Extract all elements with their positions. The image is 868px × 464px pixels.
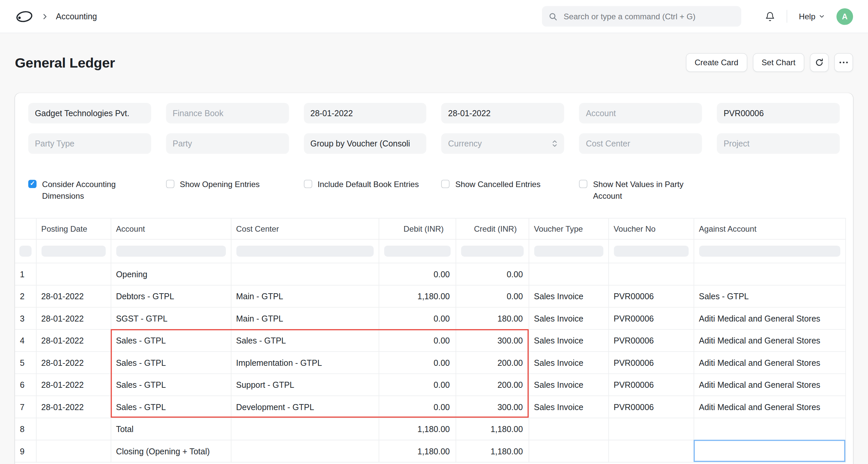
cell-against-account[interactable]: Aditi Medical and General Stores bbox=[693, 330, 845, 352]
cell-debit[interactable]: 1,180.00 bbox=[379, 418, 456, 440]
app-logo-icon[interactable] bbox=[15, 9, 34, 23]
cell-credit[interactable]: 0.00 bbox=[456, 285, 529, 307]
checkbox-box[interactable] bbox=[441, 180, 450, 188]
cell-account[interactable]: Debtors - GTPL bbox=[111, 285, 231, 307]
cell-voucher-no[interactable] bbox=[609, 440, 694, 462]
project-filter[interactable] bbox=[717, 133, 840, 154]
party-type-filter[interactable] bbox=[28, 133, 151, 154]
cell-voucher-no[interactable]: PVR00006 bbox=[609, 396, 694, 418]
column-filter-input[interactable] bbox=[614, 246, 688, 257]
cell-voucher-no[interactable] bbox=[609, 418, 694, 440]
cell-posting-date[interactable]: 28-01-2022 bbox=[36, 285, 111, 307]
cell-debit[interactable]: 0.00 bbox=[379, 307, 456, 330]
column-filter-input[interactable] bbox=[534, 246, 603, 257]
cell-debit[interactable]: 1,180.00 bbox=[379, 440, 456, 462]
cell-credit[interactable]: 300.00 bbox=[456, 330, 529, 352]
cell-cost-center[interactable]: Sales - GTPL bbox=[231, 330, 379, 352]
cell-debit[interactable]: 0.00 bbox=[379, 374, 456, 396]
column-header-voucher-type[interactable]: Voucher Type bbox=[529, 218, 608, 239]
cell-cost-center[interactable]: Main - GTPL bbox=[231, 307, 379, 330]
cell-credit[interactable]: 200.00 bbox=[456, 374, 529, 396]
cell-cost-center[interactable] bbox=[231, 263, 379, 285]
checkbox-box[interactable] bbox=[166, 180, 174, 188]
checkbox-box[interactable] bbox=[28, 180, 37, 188]
company-filter[interactable] bbox=[28, 103, 151, 123]
checkbox-box[interactable] bbox=[304, 180, 312, 188]
cell-voucher-type[interactable]: Sales Invoice bbox=[529, 285, 608, 307]
column-filter-input[interactable] bbox=[19, 246, 32, 257]
cell-account[interactable]: Sales - GTPL bbox=[111, 352, 231, 373]
cell-voucher-no[interactable]: PVR00006 bbox=[609, 307, 694, 330]
cell-account[interactable]: Sales - GTPL bbox=[111, 374, 231, 396]
cell-posting-date[interactable]: 28-01-2022 bbox=[36, 352, 111, 373]
global-search[interactable] bbox=[542, 6, 741, 26]
cell-voucher-type[interactable] bbox=[529, 263, 608, 285]
column-header-credit[interactable]: Credit (INR) bbox=[456, 218, 529, 239]
cell-cost-center[interactable] bbox=[231, 440, 379, 462]
cell-posting-date[interactable]: 28-01-2022 bbox=[36, 396, 111, 418]
group-by-filter[interactable] bbox=[304, 133, 427, 154]
cost-center-filter[interactable] bbox=[579, 133, 702, 154]
finance-book-filter[interactable] bbox=[166, 103, 289, 123]
search-input[interactable] bbox=[563, 11, 735, 21]
cell-voucher-type[interactable] bbox=[529, 418, 608, 440]
column-filter-input[interactable] bbox=[236, 246, 373, 257]
column-header-cost-center[interactable]: Cost Center bbox=[231, 218, 379, 239]
column-filter-input[interactable] bbox=[699, 246, 840, 257]
cell-debit[interactable]: 0.00 bbox=[379, 263, 456, 285]
cell-cost-center[interactable]: Support - GTPL bbox=[231, 374, 379, 396]
cell-posting-date[interactable] bbox=[36, 440, 111, 462]
column-filter-input[interactable] bbox=[116, 246, 225, 257]
column-header-account[interactable]: Account bbox=[111, 218, 231, 239]
cell-against-account[interactable]: Sales - GTPL bbox=[693, 285, 845, 307]
cell-credit[interactable]: 180.00 bbox=[456, 307, 529, 330]
cell-debit[interactable]: 1,180.00 bbox=[379, 285, 456, 307]
cell-voucher-type[interactable] bbox=[529, 440, 608, 462]
user-avatar[interactable]: A bbox=[836, 8, 853, 25]
cell-posting-date[interactable]: 28-01-2022 bbox=[36, 374, 111, 396]
cell-debit[interactable]: 0.00 bbox=[379, 352, 456, 373]
column-header-debit[interactable]: Debit (INR) bbox=[379, 218, 456, 239]
cell-voucher-no[interactable]: PVR00006 bbox=[609, 374, 694, 396]
cell-posting-date[interactable]: 28-01-2022 bbox=[36, 330, 111, 352]
column-filter-input[interactable] bbox=[41, 246, 105, 257]
column-header-voucher-no[interactable]: Voucher No bbox=[609, 218, 694, 239]
checkbox-show-net-values-in-party-account[interactable]: Show Net Values in Party Account bbox=[579, 179, 702, 201]
to-date-filter[interactable] bbox=[441, 103, 564, 123]
cell-account[interactable]: Opening bbox=[111, 263, 231, 285]
currency-select[interactable]: Currency bbox=[441, 133, 564, 154]
cell-voucher-type[interactable]: Sales Invoice bbox=[529, 352, 608, 373]
cell-credit[interactable]: 300.00 bbox=[456, 396, 529, 418]
cell-account[interactable]: Sales - GTPL bbox=[111, 330, 231, 352]
cell-cost-center[interactable]: Main - GTPL bbox=[231, 285, 379, 307]
cell-voucher-no[interactable]: PVR00006 bbox=[609, 285, 694, 307]
cell-credit[interactable]: 1,180.00 bbox=[456, 440, 529, 462]
cell-cost-center[interactable] bbox=[231, 418, 379, 440]
cell-posting-date[interactable] bbox=[36, 263, 111, 285]
cell-credit[interactable]: 0.00 bbox=[456, 263, 529, 285]
cell-against-account[interactable]: Aditi Medical and General Stores bbox=[693, 374, 845, 396]
account-filter[interactable] bbox=[579, 103, 702, 123]
cell-cost-center[interactable]: Development - GTPL bbox=[231, 396, 379, 418]
party-filter[interactable] bbox=[166, 133, 289, 154]
cell-against-account[interactable]: Aditi Medical and General Stores bbox=[693, 396, 845, 418]
checkbox-box[interactable] bbox=[579, 180, 588, 188]
cell-voucher-type[interactable]: Sales Invoice bbox=[529, 330, 608, 352]
column-header-against-account[interactable]: Against Account bbox=[693, 218, 845, 239]
checkbox-include-default-book-entries[interactable]: Include Default Book Entries bbox=[304, 179, 427, 201]
cell-account[interactable]: SGST - GTPL bbox=[111, 307, 231, 330]
more-menu-button[interactable] bbox=[834, 53, 854, 72]
column-filter-input[interactable] bbox=[384, 246, 450, 257]
checkbox-show-opening-entries[interactable]: Show Opening Entries bbox=[166, 179, 289, 201]
cell-cost-center[interactable]: Implementation - GTPL bbox=[231, 352, 379, 373]
create-card-button[interactable]: Create Card bbox=[686, 53, 747, 72]
cell-voucher-no[interactable] bbox=[609, 263, 694, 285]
cell-account[interactable]: Closing (Opening + Total) bbox=[111, 440, 231, 462]
cell-credit[interactable]: 200.00 bbox=[456, 352, 529, 373]
cell-account[interactable]: Total bbox=[111, 418, 231, 440]
cell-voucher-type[interactable]: Sales Invoice bbox=[529, 374, 608, 396]
set-chart-button[interactable]: Set Chart bbox=[753, 53, 804, 72]
breadcrumb[interactable]: Accounting bbox=[56, 12, 97, 21]
cell-posting-date[interactable] bbox=[36, 418, 111, 440]
checkbox-consider-accounting-dimensions[interactable]: Consider Accounting Dimensions bbox=[28, 179, 151, 201]
